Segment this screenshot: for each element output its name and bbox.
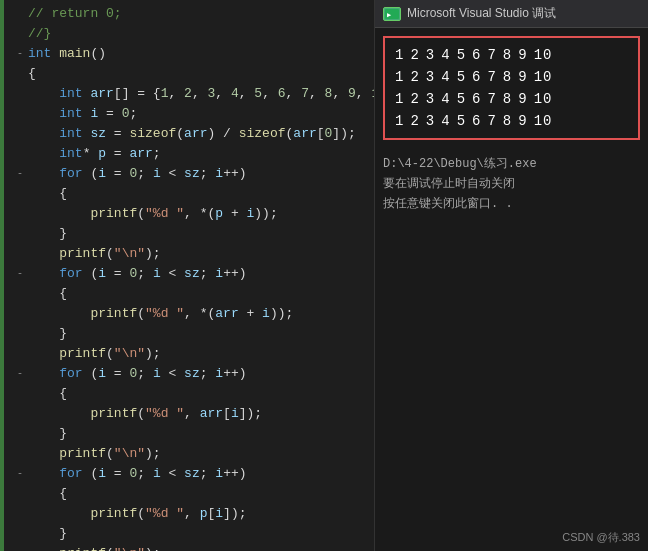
code-content: // return 0; //} - int main() { int arr[… bbox=[0, 0, 374, 551]
line-text: //} bbox=[26, 24, 374, 44]
collapse-btn[interactable]: - bbox=[14, 264, 26, 284]
line-text: printf("\n"); bbox=[26, 444, 374, 464]
line-text: int* p = arr; bbox=[26, 144, 374, 164]
console-title: Microsoft Visual Studio 调试 bbox=[407, 5, 556, 22]
code-line: printf("\n"); bbox=[0, 244, 374, 264]
code-line: int arr[] = {1, 2, 3, 4, 5, 6, 7, 8, 9, … bbox=[0, 84, 374, 104]
collapse-btn[interactable]: - bbox=[14, 164, 26, 184]
collapse-btn[interactable]: - bbox=[14, 44, 26, 64]
console-number-row: 12345678910 bbox=[395, 66, 628, 88]
line-text: { bbox=[26, 384, 374, 404]
code-line: } bbox=[0, 224, 374, 244]
code-line: printf("%d ", *(p + i)); bbox=[0, 204, 374, 224]
line-text: int sz = sizeof(arr) / sizeof(arr[0]); bbox=[26, 124, 374, 144]
console-titlebar: ▶ Microsoft Visual Studio 调试 bbox=[375, 0, 648, 28]
line-text: } bbox=[26, 524, 374, 544]
code-line: { bbox=[0, 184, 374, 204]
collapse-btn[interactable]: - bbox=[14, 464, 26, 484]
code-line: - for (i = 0; i < sz; i++) bbox=[0, 464, 374, 484]
code-editor: // return 0; //} - int main() { int arr[… bbox=[0, 0, 375, 551]
code-line: { bbox=[0, 284, 374, 304]
code-line: printf("%d ", p[i]); bbox=[0, 504, 374, 524]
csdn-watermark: CSDN @待.383 bbox=[562, 530, 640, 545]
line-text: // return 0; bbox=[26, 4, 374, 24]
line-text: for (i = 0; i < sz; i++) bbox=[26, 364, 374, 384]
code-line: { bbox=[0, 484, 374, 504]
line-text: { bbox=[26, 184, 374, 204]
code-line: { bbox=[0, 64, 374, 84]
code-line: } bbox=[0, 424, 374, 444]
code-line: printf("%d ", *(arr + i)); bbox=[0, 304, 374, 324]
console-footer: D:\4-22\Debug\练习.exe 要在调试停止时自动关闭 按任意键关闭此… bbox=[375, 148, 648, 220]
line-text: int i = 0; bbox=[26, 104, 374, 124]
code-line: //} bbox=[0, 24, 374, 44]
line-text: printf("%d ", arr[i]); bbox=[26, 404, 374, 424]
console-number-row: 12345678910 bbox=[395, 44, 628, 66]
line-text: printf("%d ", p[i]); bbox=[26, 504, 374, 524]
code-line: // return 0; bbox=[0, 4, 374, 24]
console-output-box: 12345678910 12345678910 12345678910 1234… bbox=[383, 36, 640, 140]
code-line: int sz = sizeof(arr) / sizeof(arr[0]); bbox=[0, 124, 374, 144]
code-line: - for (i = 0; i < sz; i++) bbox=[0, 264, 374, 284]
line-text: printf("\n"); bbox=[26, 344, 374, 364]
code-line: printf("\n"); bbox=[0, 344, 374, 364]
line-text: } bbox=[26, 324, 374, 344]
code-line: } bbox=[0, 324, 374, 344]
code-line: printf("\n"); bbox=[0, 444, 374, 464]
line-text: printf("%d ", *(arr + i)); bbox=[26, 304, 374, 324]
code-line: - int main() bbox=[0, 44, 374, 64]
line-text: printf("\n"); bbox=[26, 544, 374, 551]
console-number-row: 12345678910 bbox=[395, 110, 628, 132]
console-icon: ▶ bbox=[383, 7, 401, 21]
line-text: for (i = 0; i < sz; i++) bbox=[26, 464, 374, 484]
line-text: int arr[] = {1, 2, 3, 4, 5, 6, 7, 8, 9, … bbox=[26, 84, 375, 104]
collapse-btn[interactable]: - bbox=[14, 364, 26, 384]
line-text: printf("\n"); bbox=[26, 244, 374, 264]
console-footer-line3: 按任意键关闭此窗口. . bbox=[383, 194, 640, 214]
line-text: for (i = 0; i < sz; i++) bbox=[26, 164, 374, 184]
console-footer-line2: 要在调试停止时自动关闭 bbox=[383, 174, 640, 194]
line-text: { bbox=[26, 284, 374, 304]
line-text: for (i = 0; i < sz; i++) bbox=[26, 264, 374, 284]
code-line: printf("\n"); bbox=[0, 544, 374, 551]
console-number-row: 12345678910 bbox=[395, 88, 628, 110]
code-line: printf("%d ", arr[i]); bbox=[0, 404, 374, 424]
line-text: int main() bbox=[26, 44, 374, 64]
console-footer-line1: D:\4-22\Debug\练习.exe bbox=[383, 154, 640, 174]
line-text: { bbox=[26, 484, 374, 504]
line-text: } bbox=[26, 224, 374, 244]
code-line: } bbox=[0, 524, 374, 544]
code-line: - for (i = 0; i < sz; i++) bbox=[0, 364, 374, 384]
console-numbers: 12345678910 12345678910 12345678910 1234… bbox=[395, 44, 628, 132]
line-text: { bbox=[26, 64, 374, 84]
code-line: int i = 0; bbox=[0, 104, 374, 124]
code-line: int* p = arr; bbox=[0, 144, 374, 164]
line-text: printf("%d ", *(p + i)); bbox=[26, 204, 374, 224]
line-text: } bbox=[26, 424, 374, 444]
code-line: { bbox=[0, 384, 374, 404]
code-line: - for (i = 0; i < sz; i++) bbox=[0, 164, 374, 184]
console-panel: ▶ Microsoft Visual Studio 调试 12345678910… bbox=[375, 0, 648, 551]
